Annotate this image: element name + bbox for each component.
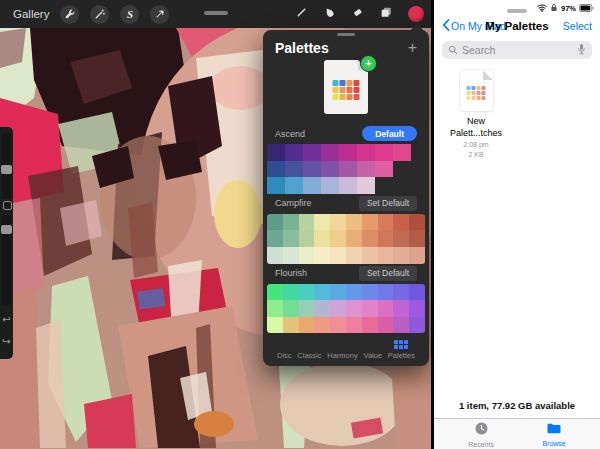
color-swatch[interactable]: [330, 300, 346, 317]
color-swatch[interactable]: [314, 300, 330, 317]
color-swatch[interactable]: [393, 230, 409, 247]
color-swatch[interactable]: [299, 247, 315, 264]
color-swatch[interactable]: [362, 284, 378, 301]
color-swatch[interactable]: [375, 144, 393, 161]
color-swatch[interactable]: [283, 284, 299, 301]
color-swatch[interactable]: [393, 284, 409, 301]
color-swatch[interactable]: [330, 247, 346, 264]
color-swatch[interactable]: [393, 317, 409, 334]
layers-icon[interactable]: [379, 5, 393, 23]
color-swatch[interactable]: [299, 214, 315, 231]
color-swatch[interactable]: [303, 177, 321, 194]
color-swatch[interactable]: [346, 300, 362, 317]
color-swatch[interactable]: [314, 230, 330, 247]
tab-harmony[interactable]: Harmony: [327, 351, 357, 360]
color-swatch[interactable]: [330, 230, 346, 247]
color-swatch[interactable]: [285, 161, 303, 178]
search-input[interactable]: Search: [442, 41, 592, 59]
panel-drag-handle[interactable]: [337, 33, 355, 36]
color-swatch[interactable]: [409, 284, 425, 301]
color-swatch[interactable]: [267, 247, 283, 264]
color-swatch[interactable]: [378, 214, 394, 231]
microphone-icon[interactable]: [577, 41, 586, 59]
file-item[interactable]: New Palett...tches 2:08 pm 2 KB: [444, 70, 508, 159]
set-default-button[interactable]: Set Default: [359, 196, 417, 211]
color-swatch[interactable]: [339, 144, 357, 161]
color-swatch[interactable]: [409, 214, 425, 231]
smudge-icon[interactable]: [323, 5, 336, 23]
splitview-drag-handle-right[interactable]: [507, 9, 527, 13]
color-swatch[interactable]: [409, 300, 425, 317]
selection-button[interactable]: S: [120, 5, 139, 24]
tab-classic[interactable]: Classic: [297, 351, 321, 360]
color-swatch[interactable]: [346, 230, 362, 247]
color-swatch[interactable]: [299, 300, 315, 317]
color-swatch[interactable]: [378, 247, 394, 264]
color-swatch[interactable]: [362, 317, 378, 334]
color-swatch[interactable]: [283, 317, 299, 334]
color-swatch[interactable]: [362, 214, 378, 231]
color-swatch[interactable]: [314, 247, 330, 264]
active-color-button[interactable]: [408, 6, 424, 22]
color-swatch[interactable]: [299, 317, 315, 334]
color-swatch[interactable]: [267, 161, 285, 178]
color-swatch[interactable]: [346, 284, 362, 301]
palette-swatches[interactable]: [267, 144, 411, 194]
color-swatch[interactable]: [409, 317, 425, 334]
actions-button[interactable]: [60, 5, 79, 24]
redo-icon[interactable]: ↪: [0, 337, 13, 347]
adjustments-button[interactable]: [90, 5, 109, 24]
color-swatch[interactable]: [314, 284, 330, 301]
color-swatch[interactable]: [378, 300, 394, 317]
color-swatch[interactable]: [378, 317, 394, 334]
color-swatch[interactable]: [267, 144, 285, 161]
modify-button[interactable]: [3, 201, 12, 210]
color-swatch[interactable]: [267, 317, 283, 334]
color-swatch[interactable]: [283, 247, 299, 264]
palette-swatches[interactable]: [267, 214, 425, 264]
color-swatch[interactable]: [346, 317, 362, 334]
color-swatch[interactable]: [393, 300, 409, 317]
splitview-drag-handle-left[interactable]: [204, 11, 228, 15]
color-swatch[interactable]: [267, 214, 283, 231]
color-swatch[interactable]: [283, 230, 299, 247]
color-swatch[interactable]: [409, 247, 425, 264]
color-swatch[interactable]: [283, 300, 299, 317]
color-swatch[interactable]: [357, 177, 375, 194]
color-swatch[interactable]: [378, 284, 394, 301]
color-swatch[interactable]: [409, 230, 425, 247]
color-swatch[interactable]: [330, 284, 346, 301]
color-swatch[interactable]: [393, 214, 409, 231]
color-swatch[interactable]: [321, 161, 339, 178]
color-swatch[interactable]: [285, 177, 303, 194]
tab-browse[interactable]: Browse: [542, 421, 565, 447]
color-swatch[interactable]: [303, 161, 321, 178]
brush-icon[interactable]: [295, 5, 308, 23]
tab-value[interactable]: Value: [363, 351, 382, 360]
color-swatch[interactable]: [267, 284, 283, 301]
color-swatch[interactable]: [303, 144, 321, 161]
color-swatch[interactable]: [393, 144, 411, 161]
color-swatch[interactable]: [283, 214, 299, 231]
palette-swatches[interactable]: [267, 284, 425, 334]
color-swatch[interactable]: [330, 317, 346, 334]
tab-palettes[interactable]: Palettes: [388, 340, 415, 360]
select-button[interactable]: Select: [563, 20, 592, 32]
color-swatch[interactable]: [285, 144, 303, 161]
transform-button[interactable]: [150, 5, 169, 24]
color-swatch[interactable]: [314, 317, 330, 334]
add-palette-button[interactable]: +: [408, 41, 417, 55]
opacity-handle[interactable]: [1, 225, 12, 234]
color-swatch[interactable]: [362, 247, 378, 264]
color-swatch[interactable]: [314, 214, 330, 231]
color-swatch[interactable]: [299, 284, 315, 301]
color-swatch[interactable]: [362, 300, 378, 317]
gallery-button[interactable]: Gallery: [13, 8, 49, 20]
undo-icon[interactable]: ↩: [0, 315, 13, 325]
color-swatch[interactable]: [378, 230, 394, 247]
color-swatch[interactable]: [362, 230, 378, 247]
color-swatch[interactable]: [330, 214, 346, 231]
set-default-button[interactable]: Set Default: [359, 266, 417, 281]
color-swatch[interactable]: [375, 161, 393, 178]
default-button[interactable]: Default: [362, 126, 417, 141]
